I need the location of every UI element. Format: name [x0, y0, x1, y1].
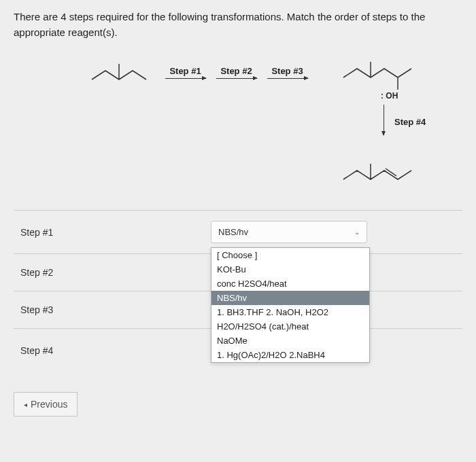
arrow-step-3: Step #3	[262, 66, 313, 79]
reactant-structure	[88, 60, 150, 84]
arrow-label-1: Step #1	[160, 66, 211, 76]
arrow-label-3: Step #3	[262, 66, 313, 76]
arrow-step-1: Step #1	[160, 66, 211, 79]
step1-select-value: NBS/hv	[218, 227, 248, 237]
previous-button[interactable]: ◂ Previous	[14, 392, 78, 416]
dropdown-option-2[interactable]: NBS/hv	[211, 291, 369, 305]
chevron-left-icon: ◂	[24, 401, 27, 408]
arrow-line-icon	[267, 78, 308, 79]
dropdown-option-3[interactable]: 1. BH3.THF 2. NaOH, H2O2	[211, 305, 369, 319]
answer-table: Step #1 NBS/hv ⌄ ↖ Step #2 Step #3 Step …	[14, 210, 462, 372]
step-label-2: Step #2	[14, 267, 211, 278]
chevron-down-icon: ⌄	[354, 228, 360, 236]
dropdown-option-4[interactable]: H2O/H2SO4 (cat.)/heat	[211, 319, 369, 334]
intermediate-structure	[340, 57, 422, 91]
previous-button-label: Previous	[31, 399, 67, 410]
dropdown-choose[interactable]: [ Choose ]	[211, 248, 369, 262]
step1-select[interactable]: NBS/hv ⌄	[211, 221, 367, 243]
question-prompt: There are 4 steps required for the follo…	[14, 10, 462, 40]
arrow-line-icon	[216, 78, 257, 79]
product-structure	[340, 152, 422, 183]
dropdown-option-5[interactable]: NaOMe	[211, 334, 369, 348]
reaction-diagram: Step #1 Step #2 Step #3 : OH Step #4	[14, 54, 462, 203]
arrow-label-4: Step #4	[394, 117, 426, 127]
dropdown-option-0[interactable]: KOt-Bu	[211, 262, 369, 277]
step1-dropdown-menu[interactable]: [ Choose ] KOt-Bu conc H2SO4/heat NBS/hv…	[211, 247, 370, 363]
oh-label: : OH	[381, 91, 398, 101]
dropdown-option-1[interactable]: conc H2SO4/heat	[211, 277, 369, 291]
reaction-arrows: Step #1 Step #2 Step #3	[160, 66, 313, 79]
arrow-line-icon	[165, 78, 206, 79]
dropdown-option-6[interactable]: 1. Hg(OAc)2/H2O 2.NaBH4	[211, 348, 369, 362]
step-label-4: Step #4	[14, 345, 211, 356]
down-arrow-icon	[384, 105, 384, 135]
step-label-1: Step #1	[14, 227, 211, 238]
arrow-step-2: Step #2	[211, 66, 262, 79]
step-label-3: Step #3	[14, 304, 211, 315]
arrow-label-2: Step #2	[211, 66, 262, 76]
